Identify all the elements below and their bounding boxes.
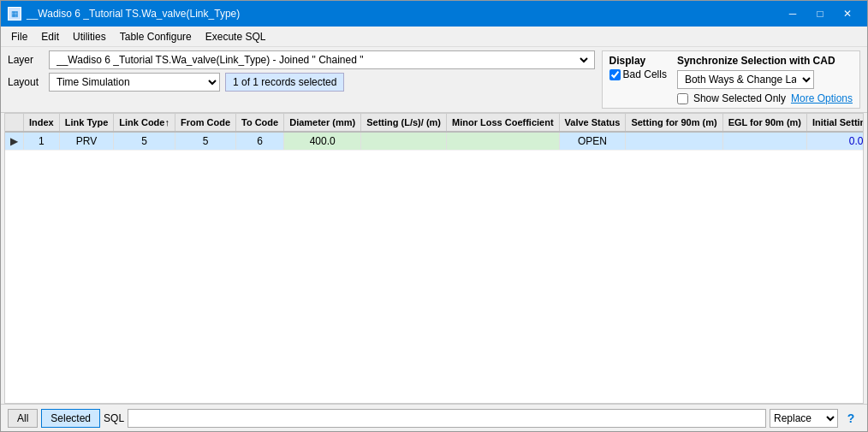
col-index: Index	[24, 114, 60, 132]
display-col: Display Bad Cells	[609, 55, 667, 80]
display-sync-panel: Display Bad Cells Synchronize Selection …	[602, 50, 860, 109]
status-bar: All Selected SQL ReplaceAddRemove ?	[1, 404, 867, 431]
more-options-link[interactable]: More Options	[791, 92, 853, 104]
col-setting: Setting (L/s)/ (m)	[361, 114, 447, 132]
title-bar-left: ▦ __Wadiso 6 _Tutorial TS.Wa_valve(Link_…	[8, 7, 240, 21]
close-button[interactable]: ✕	[835, 5, 860, 22]
col-link-code: Link Code↑	[114, 114, 175, 132]
minimize-button[interactable]: ─	[780, 5, 806, 22]
replace-select[interactable]: ReplaceAddRemove	[770, 409, 838, 428]
title-bar: ▦ __Wadiso 6 _Tutorial TS.Wa_valve(Link_…	[1, 1, 867, 27]
row-arrow: ▶	[5, 132, 24, 151]
sql-input[interactable]	[128, 409, 766, 428]
col-link-type: Link Type	[59, 114, 114, 132]
cell-diameter: 400.0	[284, 132, 361, 151]
table-row[interactable]: ▶ 1 PRV 5 5 6 400.0 OPEN 0.000	[5, 132, 864, 151]
show-selected-checkbox[interactable]	[677, 93, 688, 104]
selected-button[interactable]: Selected	[41, 409, 100, 428]
menu-edit[interactable]: Edit	[34, 29, 66, 44]
cell-minor-loss	[447, 132, 560, 151]
cell-link-code: 5	[114, 132, 175, 151]
menu-file[interactable]: File	[4, 29, 34, 44]
cell-initial-setting: 0.000	[807, 132, 865, 151]
cell-from-code: 5	[175, 132, 235, 151]
sync-label: Synchronize Selection with CAD	[677, 55, 853, 67]
title-bar-controls: ─ □ ✕	[780, 5, 860, 22]
col-egl-90m: EGL for 90m (m)	[722, 114, 806, 132]
col-diameter: Diameter (mm)	[284, 114, 361, 132]
sql-label: SQL	[104, 412, 124, 424]
window-title: __Wadiso 6 _Tutorial TS.Wa_valve(Link_Ty…	[27, 8, 240, 20]
col-minor-loss: Minor Loss Coefficient	[447, 114, 560, 132]
cell-index: 1	[24, 132, 60, 151]
records-badge: 1 of 1 records selected	[225, 73, 344, 92]
menu-table-configure[interactable]: Table Configure	[113, 29, 199, 44]
col-initial-setting: Initial Setting (L/s)/(m)	[807, 114, 865, 132]
cell-setting	[361, 132, 447, 151]
records-text: 1 of 1 records selected	[233, 76, 336, 88]
maximize-button[interactable]: □	[807, 5, 833, 22]
col-setting-90m: Setting for 90m (m)	[626, 114, 722, 132]
cell-link-type: PRV	[59, 132, 114, 151]
layout-row: Layout Time Simulation 1 of 1 records se…	[8, 73, 595, 92]
bad-cells-label: Bad Cells	[623, 68, 667, 80]
menu-utilities[interactable]: Utilities	[66, 29, 113, 44]
layer-dropdown[interactable]: __Wadiso 6 _Tutorial TS.Wa_valve(Link_Ty…	[49, 50, 595, 69]
window-icon: ▦	[8, 7, 21, 21]
main-window: ▦ __Wadiso 6 _Tutorial TS.Wa_valve(Link_…	[0, 0, 868, 432]
cell-valve-status: OPEN	[559, 132, 626, 151]
col-valve-status: Valve Status	[559, 114, 626, 132]
show-selected-row: Show Selected Only More Options	[677, 92, 853, 104]
col-from-code: From Code	[175, 114, 235, 132]
layer-row: Layer __Wadiso 6 _Tutorial TS.Wa_valve(L…	[8, 50, 595, 69]
sync-col: Synchronize Selection with CAD Both Ways…	[677, 55, 853, 104]
all-button[interactable]: All	[8, 409, 38, 428]
layout-label: Layout	[8, 76, 44, 88]
sync-select[interactable]: Both Ways & Change LayerNo SyncSelect On…	[677, 70, 814, 89]
cell-to-code: 6	[236, 132, 284, 151]
left-controls: Layer __Wadiso 6 _Tutorial TS.Wa_valve(L…	[8, 50, 595, 109]
table-container: Index Link Type Link Code↑ From Code To …	[4, 113, 864, 404]
help-button[interactable]: ?	[841, 409, 860, 428]
cell-setting-90m	[626, 132, 722, 151]
menu-execute-sql[interactable]: Execute SQL	[199, 29, 273, 44]
bad-cells-row: Bad Cells	[609, 68, 667, 80]
col-to-code: To Code	[236, 114, 284, 132]
layout-select[interactable]: Time Simulation	[49, 73, 220, 92]
top-controls: Layer __Wadiso 6 _Tutorial TS.Wa_valve(L…	[1, 47, 867, 113]
table-header-row: Index Link Type Link Code↑ From Code To …	[5, 114, 864, 132]
layer-label: Layer	[8, 54, 44, 66]
show-selected-label: Show Selected Only	[693, 92, 786, 104]
display-label: Display	[609, 55, 667, 67]
cell-egl-90m	[722, 132, 806, 151]
bad-cells-checkbox[interactable]	[609, 69, 621, 80]
col-arrow	[5, 114, 24, 132]
data-table: Index Link Type Link Code↑ From Code To …	[5, 114, 864, 151]
menu-bar: File Edit Utilities Table Configure Exec…	[1, 27, 867, 47]
layer-select[interactable]: __Wadiso 6 _Tutorial TS.Wa_valve(Link_Ty…	[53, 51, 591, 68]
